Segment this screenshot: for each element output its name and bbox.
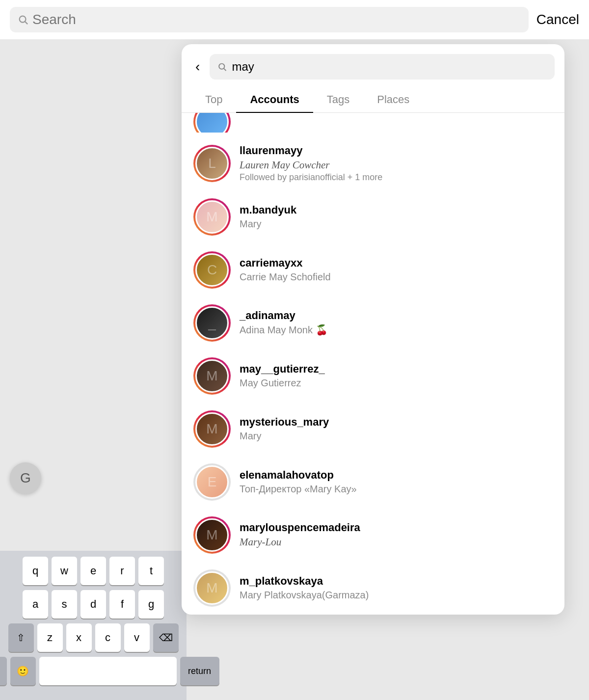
avatar-wrapper: C bbox=[193, 251, 231, 289]
tab-places[interactable]: Places bbox=[363, 87, 423, 113]
tab-top[interactable]: Top bbox=[191, 87, 236, 113]
partial-avatar-peek bbox=[182, 113, 564, 136]
avatar-ring: L bbox=[193, 145, 231, 182]
avatar-wrapper: M bbox=[193, 198, 231, 236]
account-fullname: Carrie May Schofield bbox=[240, 271, 553, 283]
account-item[interactable]: L llaurenmayy Lauren May Cowcher Followe… bbox=[182, 136, 564, 190]
account-item[interactable]: M m.bandyuk Mary bbox=[182, 190, 564, 243]
account-item[interactable]: M may__gutierrez_ May Gutierrez bbox=[182, 350, 564, 403]
account-info: may__gutierrez_ May Gutierrez bbox=[240, 363, 553, 390]
account-item[interactable]: M mysterious_mary Mary bbox=[182, 403, 564, 456]
account-username: m_platkovskaya bbox=[240, 575, 553, 588]
key-w[interactable]: w bbox=[52, 557, 77, 585]
account-fullname: Lauren May Cowcher bbox=[240, 159, 553, 171]
account-item[interactable]: M m_platkovskaya Mary Platkovskaya(Garma… bbox=[182, 562, 564, 615]
key-123[interactable]: 123 bbox=[0, 657, 7, 685]
account-info: marylouspencemadeira Mary-Lou bbox=[240, 521, 553, 549]
results-panel: ‹ Top Accounts Tags Places L bbox=[182, 44, 564, 615]
keyboard-row-3: ⇧ z x c v ⌫ bbox=[4, 623, 183, 652]
avatar-wrapper: _ bbox=[193, 304, 231, 342]
key-q[interactable]: q bbox=[23, 557, 48, 585]
account-username: elenamalahovatop bbox=[240, 469, 553, 482]
key-return[interactable]: return bbox=[180, 657, 219, 685]
account-info: carriemayxx Carrie May Schofield bbox=[240, 257, 553, 284]
svg-line-1 bbox=[25, 22, 27, 24]
avatar-ring: M bbox=[193, 410, 231, 448]
grammarly-icon[interactable]: G bbox=[10, 462, 41, 494]
avatar-wrapper: M bbox=[193, 569, 231, 607]
avatar-wrapper: M bbox=[193, 357, 231, 395]
key-f[interactable]: f bbox=[109, 590, 135, 619]
panel-search-wrapper[interactable] bbox=[210, 54, 555, 80]
avatar-wrapper: M bbox=[193, 516, 231, 554]
account-info: elenamalahovatop Топ-Директор «Mary Kay» bbox=[240, 469, 553, 496]
key-a[interactable]: a bbox=[23, 590, 48, 619]
keyboard-row-2: a s d f g bbox=[4, 590, 183, 619]
key-v[interactable]: v bbox=[124, 623, 150, 652]
account-item[interactable]: _ _adinamay Adina May Monk 🍒 bbox=[182, 296, 564, 350]
avatar: M bbox=[195, 359, 229, 393]
account-username: may__gutierrez_ bbox=[240, 363, 553, 376]
avatar-ring: C bbox=[193, 251, 231, 289]
avatar-ring: M bbox=[193, 516, 231, 554]
key-s[interactable]: s bbox=[52, 590, 77, 619]
account-fullname: Mary Platkovskaya(Garmaza) bbox=[240, 590, 553, 601]
account-info: mysterious_mary Mary bbox=[240, 416, 553, 443]
avatar: M bbox=[195, 518, 229, 552]
panel-header: ‹ bbox=[182, 44, 564, 80]
svg-point-2 bbox=[219, 64, 225, 69]
account-fullname: Mary-Lou bbox=[240, 536, 553, 548]
account-item[interactable]: E elenamalahovatop Топ-Директор «Mary Ka… bbox=[182, 456, 564, 509]
key-e[interactable]: e bbox=[80, 557, 106, 585]
key-g[interactable]: g bbox=[138, 590, 164, 619]
avatar-ring: M bbox=[193, 569, 231, 607]
top-search-input[interactable] bbox=[32, 12, 521, 27]
account-info: m.bandyuk Mary bbox=[240, 204, 553, 231]
account-info: m_platkovskaya Mary Platkovskaya(Garmaza… bbox=[240, 575, 553, 602]
avatar: E bbox=[195, 465, 229, 499]
account-fullname: Mary bbox=[240, 431, 553, 442]
account-username: llaurenmayy bbox=[240, 144, 553, 157]
tab-tags[interactable]: Tags bbox=[313, 87, 363, 113]
keyboard-row-1: q w e r t bbox=[4, 557, 183, 585]
avatar-ring: M bbox=[193, 357, 231, 395]
account-username: m.bandyuk bbox=[240, 204, 553, 216]
svg-point-0 bbox=[20, 16, 26, 23]
avatar: L bbox=[195, 147, 229, 180]
account-list: L llaurenmayy Lauren May Cowcher Followe… bbox=[182, 136, 564, 615]
account-username: marylouspencemadeira bbox=[240, 521, 553, 534]
key-space[interactable] bbox=[39, 657, 177, 685]
account-username: carriemayxx bbox=[240, 257, 553, 269]
key-x[interactable]: x bbox=[66, 623, 92, 652]
account-item[interactable]: M marylouspencemadeira Mary-Lou bbox=[182, 509, 564, 562]
key-c[interactable]: c bbox=[95, 623, 121, 652]
key-emoji[interactable]: 🙂 bbox=[10, 657, 36, 685]
avatar-ring: M bbox=[193, 198, 231, 236]
svg-line-3 bbox=[224, 69, 226, 71]
key-shift[interactable]: ⇧ bbox=[8, 623, 34, 652]
key-r[interactable]: r bbox=[109, 557, 135, 585]
avatar-wrapper: M bbox=[193, 410, 231, 448]
account-followed: Followed by parisianofficial + 1 more bbox=[240, 172, 553, 183]
avatar-ring: E bbox=[193, 463, 231, 501]
key-d[interactable]: d bbox=[80, 590, 106, 619]
key-t[interactable]: t bbox=[138, 557, 164, 585]
avatar: M bbox=[195, 412, 229, 446]
key-delete[interactable]: ⌫ bbox=[153, 623, 179, 652]
back-button[interactable]: ‹ bbox=[191, 57, 204, 77]
account-fullname: Mary bbox=[240, 218, 553, 230]
tab-accounts[interactable]: Accounts bbox=[236, 87, 313, 113]
tabs: Top Accounts Tags Places bbox=[182, 87, 564, 113]
avatar: _ bbox=[195, 306, 229, 340]
keyboard-row-4: 123 🙂 return bbox=[4, 657, 183, 685]
avatar-wrapper: E bbox=[193, 463, 231, 501]
account-fullname: Топ-Директор «Mary Kay» bbox=[240, 484, 553, 495]
avatar: C bbox=[195, 253, 229, 287]
account-item[interactable]: C carriemayxx Carrie May Schofield bbox=[182, 243, 564, 296]
account-info: llaurenmayy Lauren May Cowcher Followed … bbox=[240, 144, 553, 183]
top-search-wrapper[interactable] bbox=[10, 7, 529, 32]
key-z[interactable]: z bbox=[37, 623, 63, 652]
panel-search-input[interactable] bbox=[232, 60, 547, 74]
account-fullname: May Gutierrez bbox=[240, 377, 553, 389]
cancel-button[interactable]: Cancel bbox=[536, 12, 579, 27]
